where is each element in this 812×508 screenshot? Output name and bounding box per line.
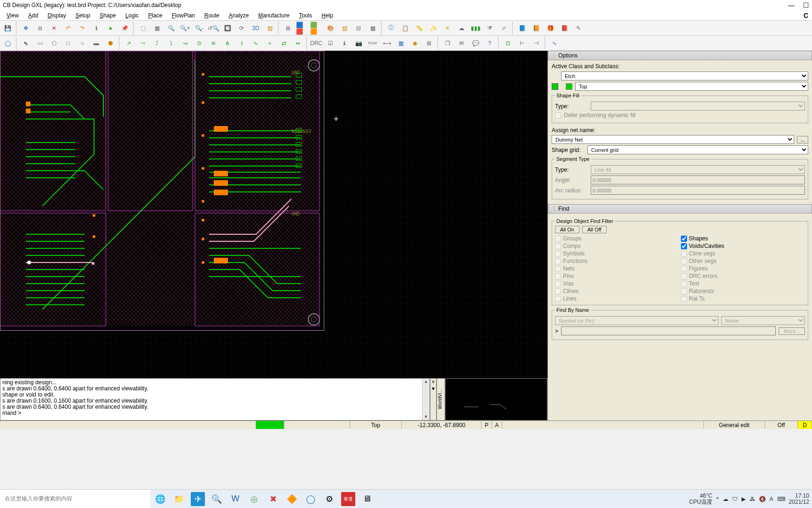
minimize-button[interactable]: —	[788, 1, 795, 9]
menu-analyze[interactable]: Analyze	[224, 11, 254, 20]
constraint-icon[interactable]: ⊟	[352, 22, 365, 35]
info-icon[interactable]: ⓘ	[384, 22, 398, 35]
status-p[interactable]: P	[482, 421, 492, 429]
taskbar-edge-icon[interactable]: 🌐	[153, 492, 167, 506]
worldview-canvas[interactable]	[445, 378, 547, 421]
layers-icon[interactable]: ▤	[263, 22, 276, 35]
bars-icon[interactable]: ▮▮▮	[469, 22, 482, 35]
console-scrollbar[interactable]	[422, 379, 429, 420]
fanout-icon[interactable]: ⋔	[221, 37, 234, 50]
all-off-button[interactable]: All Off	[582, 226, 607, 233]
wave-icon[interactable]: ∿	[548, 37, 561, 50]
help-icon[interactable]: ?	[483, 37, 496, 50]
circle2-icon[interactable]: ○	[76, 37, 89, 50]
hilite-icon[interactable]: ●	[104, 22, 117, 35]
menu-add[interactable]: Add	[23, 11, 43, 20]
prop-icon[interactable]: ℹ	[90, 22, 103, 35]
status-layer[interactable]: Top	[350, 421, 402, 429]
gift-icon[interactable]: 🎁	[544, 22, 557, 35]
wand-icon[interactable]: ✎	[572, 22, 585, 35]
route1-icon[interactable]: ↗	[122, 37, 135, 50]
slide-icon[interactable]: ⇄	[277, 37, 290, 50]
snap2-icon[interactable]: ⊣	[530, 37, 543, 50]
bus-icon[interactable]: ⫴	[235, 37, 248, 50]
tray-onedrive-icon[interactable]: ☁	[723, 496, 728, 502]
move-icon[interactable]: ✥	[19, 22, 32, 35]
measure-icon[interactable]: 📏	[413, 22, 426, 35]
route2-icon[interactable]: ⤳	[136, 37, 149, 50]
shadow-icon[interactable]: ☁	[455, 22, 468, 35]
worldview-tab[interactable]: WorldVi...	[437, 378, 445, 421]
select-icon[interactable]: ⬉	[19, 37, 32, 50]
taskbar-search-icon[interactable]: 🔍	[210, 492, 224, 506]
shape-grid-select[interactable]: Current grid	[587, 145, 808, 154]
taskbar-app3-icon[interactable]: 🔶	[285, 492, 299, 506]
camera-icon[interactable]: 📷	[352, 37, 365, 50]
taskbar-app6-icon[interactable]: 有道	[341, 492, 355, 506]
assign-net-browse-button[interactable]: ...	[797, 136, 808, 143]
find-shapes-checkbox[interactable]	[681, 236, 687, 242]
status-a[interactable]: A	[492, 421, 502, 429]
poly-shape-icon[interactable]: ⬠	[47, 37, 61, 50]
mail-icon[interactable]: ✉	[455, 37, 468, 50]
tune-icon[interactable]: ∿	[249, 37, 262, 50]
visibility-icon[interactable]: 🟩🟧	[310, 22, 323, 35]
via-icon[interactable]: ⊙	[193, 37, 206, 50]
taskbar-app5-icon[interactable]: ⚙	[322, 492, 336, 506]
menu-view[interactable]: View	[2, 11, 23, 20]
taskbar-app7-icon[interactable]: 🖥	[360, 492, 374, 506]
active-class-select[interactable]: Etch	[561, 71, 808, 80]
book3-icon[interactable]: 📕	[558, 22, 571, 35]
grid-icon[interactable]: ⊞	[281, 22, 295, 35]
xsection-icon[interactable]: ▤	[338, 22, 351, 35]
find-panel-header[interactable]: Find	[548, 204, 812, 214]
pin-icon[interactable]: 📌	[118, 22, 131, 35]
book1-icon[interactable]: 📘	[515, 22, 529, 35]
tray-app-icon[interactable]: ▶	[742, 496, 746, 502]
spread-icon[interactable]: ⇔	[291, 37, 304, 50]
subclass-color-swatch-2[interactable]	[566, 83, 572, 90]
active-subclass-select[interactable]: Top	[575, 82, 808, 91]
zoom-out-icon[interactable]: 🔍-	[193, 22, 206, 35]
taskbar-word-icon[interactable]: W	[228, 492, 242, 506]
taskbar-app4-icon[interactable]: ◯	[304, 492, 318, 506]
zoom-window-icon[interactable]: ⬚	[136, 22, 149, 35]
options-panel-header[interactable]: Options	[548, 51, 812, 60]
temp-icon[interactable]: 🌡	[338, 37, 351, 50]
menu-manufacture[interactable]: Manufacture	[253, 11, 294, 20]
ring-icon[interactable]: ◉	[408, 37, 422, 50]
status-d[interactable]: D	[798, 421, 812, 429]
route3-icon[interactable]: ⤴	[150, 37, 164, 50]
zoom-icon[interactable]: 🔍	[164, 22, 178, 35]
maximize-button[interactable]: ☐	[803, 1, 809, 9]
all-on-button[interactable]: All On	[555, 226, 579, 233]
place-comp-icon[interactable]: ⬢	[104, 37, 117, 50]
color-icon[interactable]: 🟦🟥	[296, 22, 309, 35]
worldview-close-icon[interactable]: ×	[431, 379, 435, 385]
res-icon[interactable]: R182	[366, 37, 379, 50]
menu-place[interactable]: Place	[143, 11, 167, 20]
snap1-icon[interactable]: ⊢	[515, 37, 529, 50]
chat-icon[interactable]: 💬	[469, 37, 482, 50]
menu-setup[interactable]: Setup	[71, 11, 95, 20]
undo-icon[interactable]: ↶	[62, 22, 75, 35]
worldview-pin-icon[interactable]: ▾	[432, 385, 435, 392]
zoom-sel-icon[interactable]: 🔲	[221, 22, 234, 35]
shape-circle-icon[interactable]: ◯	[1, 37, 14, 50]
menu-logic[interactable]: Logic	[121, 11, 144, 20]
chip-icon[interactable]: ▦	[394, 37, 407, 50]
redo-icon[interactable]: ↷	[76, 22, 89, 35]
find-voids-checkbox[interactable]	[681, 243, 687, 249]
copy-icon[interactable]: ⧉	[33, 22, 47, 35]
menu-shape[interactable]: Shape	[95, 11, 121, 20]
view-3d-icon[interactable]: 3D	[249, 22, 262, 35]
taskbar-browser-icon[interactable]: ◎	[247, 492, 261, 506]
tray-chevron-icon[interactable]: ^	[716, 496, 719, 502]
route4-icon[interactable]: ⤵	[164, 37, 178, 50]
pcb-canvas[interactable]: +	[0, 51, 547, 378]
taskbar-app1-icon[interactable]: ✈	[191, 492, 205, 506]
menu-display[interactable]: Display	[43, 11, 70, 20]
menu-flowplan[interactable]: FlowPlan	[167, 11, 199, 20]
tray-volume-icon[interactable]: 🔇	[759, 496, 766, 502]
window-icon[interactable]: ❐	[441, 37, 454, 50]
